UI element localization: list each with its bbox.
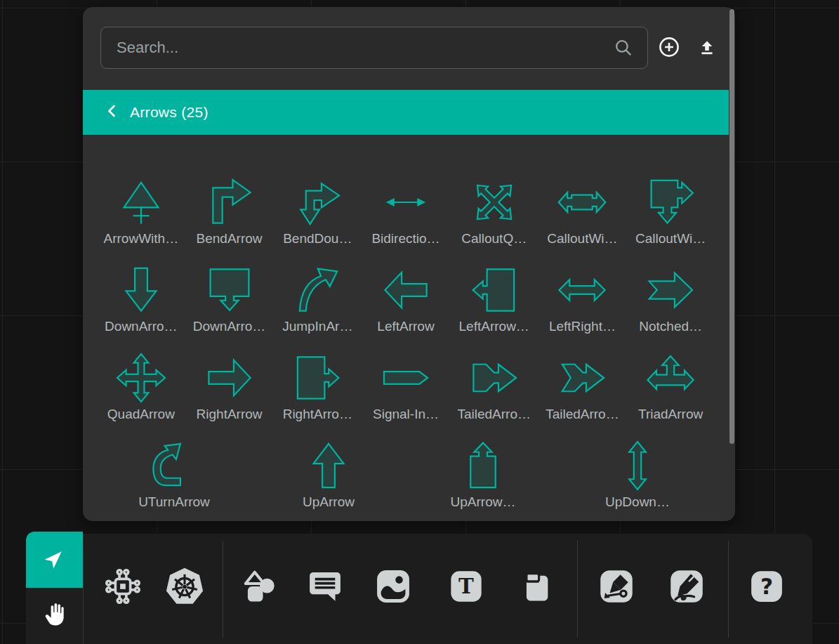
add-circle-icon (658, 36, 680, 60)
shape-item-left-arrow[interactable]: LeftArrow (362, 260, 450, 348)
upload-icon (697, 39, 717, 60)
shape-item-right-arrow-callout[interactable]: RightArro… (273, 348, 362, 435)
shape-label: BendArrow (197, 231, 263, 247)
shape-item-bend-double-arrow[interactable]: BendDou… (273, 172, 362, 260)
cursor-icon (42, 546, 67, 574)
shape-label: TriadArrow (638, 407, 703, 422)
shape-label: LeftArrow… (459, 319, 529, 334)
shape-item-bend-arrow[interactable]: BendArrow (185, 172, 274, 260)
comment-icon (307, 568, 343, 607)
toolbar-shapes-button[interactable] (241, 567, 279, 608)
shape-item-u-turn-arrow[interactable]: UTurnArrow (97, 435, 251, 523)
toolbar-comment-button[interactable] (307, 568, 343, 607)
toolbar-divider (577, 541, 578, 638)
hand-icon (41, 601, 68, 631)
shape-label: QuadArrow (107, 407, 175, 422)
shape-item-quad-arrow[interactable]: QuadArrow (97, 348, 185, 435)
toolbar-divider (728, 541, 729, 638)
shape-label: Signal-In… (373, 407, 439, 422)
shape-label: TailedArro… (457, 407, 531, 422)
shape-label: RightArrow (197, 407, 263, 422)
pointer-tool-panel (26, 532, 83, 644)
shape-item-left-right-arrow[interactable]: LeftRight… (539, 260, 627, 348)
shape-label: UTurnArrow (138, 494, 210, 510)
select-tool-button[interactable] (26, 532, 83, 588)
text-icon: T (448, 568, 484, 607)
shape-item-callout-horizontal-arrows[interactable]: CalloutWi… (539, 172, 627, 260)
shape-item-down-arrow-callout[interactable]: DownArro… (185, 260, 274, 348)
scrollbar-thumb[interactable] (729, 9, 734, 444)
shape-label: CalloutWi… (547, 231, 617, 247)
shape-item-callout-quad-arrow[interactable]: CalloutQ… (450, 172, 539, 260)
chevron-left-icon (104, 103, 121, 122)
mesh-icon (103, 566, 143, 610)
shape-library-panel: Arrows (25) ArrowWith…BendArrowBendDou…B… (83, 7, 735, 521)
add-shape-button[interactable] (657, 36, 681, 60)
toolbar-help-button[interactable]: ? (749, 569, 784, 607)
help-icon: ? (749, 569, 784, 607)
shape-label: Notched… (639, 319, 702, 334)
shape-label: LeftRight… (549, 319, 616, 334)
shapes-icon (241, 567, 279, 608)
search-icon (614, 38, 633, 58)
pencil-draw-icon (668, 568, 705, 607)
shape-item-signal-in[interactable]: Signal-In… (362, 348, 450, 435)
search-input[interactable] (100, 27, 648, 69)
shape-item-tailed-arrow-solid[interactable]: TailedArro… (450, 348, 539, 435)
shape-item-tailed-arrow-chevron[interactable]: TailedArro… (539, 348, 627, 435)
kubernetes-icon (163, 565, 206, 611)
pan-tool-button[interactable] (26, 588, 83, 644)
canvas[interactable]: Arrows (25) ArrowWith…BendArrowBendDou…B… (0, 0, 839, 644)
shape-label: TailedArro… (546, 407, 619, 422)
shape-item-up-arrow[interactable]: UpArrow (251, 435, 406, 523)
edge-pen-icon (598, 568, 635, 607)
shape-item-right-arrow[interactable]: RightArrow (185, 348, 274, 435)
toolbar-kubernetes-components-button[interactable] (163, 565, 206, 611)
shape-label: CalloutWi… (635, 231, 706, 247)
shapes-grid: ArrowWith…BendArrowBendDou…Bidirectio…Ca… (97, 172, 715, 435)
shape-label: BendDou… (283, 231, 352, 247)
toolbar-board-button[interactable] (517, 569, 553, 607)
toolbar-edge-button[interactable] (598, 568, 635, 607)
toolbar-draw-button[interactable] (668, 568, 705, 607)
shape-label: Bidirectio… (371, 231, 440, 247)
toolbar-mesh-components-button[interactable] (103, 566, 143, 610)
shape-item-left-arrow-callout[interactable]: LeftArrow… (450, 260, 539, 348)
upload-shape-button[interactable] (695, 37, 719, 61)
shape-label: LeftArrow (377, 319, 434, 334)
toolbar-divider (223, 541, 223, 638)
shape-label: CalloutQ… (461, 231, 527, 247)
shape-label: UpArrow (303, 494, 355, 510)
toolbar-image-button[interactable] (374, 567, 413, 609)
shape-label: JumpInAr… (282, 319, 352, 334)
bottom-toolbar: T? (83, 534, 812, 644)
shape-item-callout-down-arrow[interactable]: CalloutWi… (626, 172, 715, 260)
shape-item-bidirectional-arrow[interactable]: Bidirectio… (362, 172, 450, 260)
board-icon (517, 569, 553, 607)
shape-item-down-arrow[interactable]: DownArro… (97, 260, 185, 348)
shape-item-jump-in-arrow[interactable]: JumpInAr… (273, 260, 362, 348)
shape-label: RightArro… (283, 407, 352, 422)
shape-label: UpArrow… (451, 494, 516, 510)
category-header[interactable]: Arrows (25) (83, 90, 729, 135)
svg-text:?: ? (760, 574, 773, 599)
shape-label: DownArro… (193, 319, 265, 334)
shape-item-up-down-arrow[interactable]: UpDown… (560, 435, 715, 523)
category-label: Arrows (25) (130, 104, 209, 121)
shape-item-triad-arrow[interactable]: TriadArrow (626, 348, 715, 435)
shape-item-up-arrow-callout[interactable]: UpArrow… (406, 435, 560, 523)
shape-label: ArrowWith… (104, 231, 179, 247)
shape-item-notched-right-arrow[interactable]: Notched… (626, 260, 715, 348)
shape-item-arrow-with-stem[interactable]: ArrowWith… (97, 172, 185, 260)
toolbar-text-button[interactable]: T (448, 568, 484, 607)
shapes-grid-last-row: UTurnArrowUpArrowUpArrow…UpDown… (97, 435, 715, 523)
shape-label: UpDown… (605, 494, 670, 510)
svg-text:T: T (458, 574, 474, 598)
image-icon (374, 567, 413, 609)
shape-label: DownArro… (105, 319, 177, 334)
